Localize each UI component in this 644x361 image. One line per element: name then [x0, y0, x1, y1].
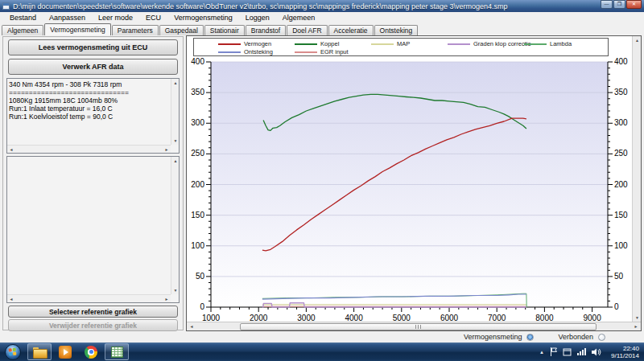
svg-text:100: 100 — [191, 241, 204, 250]
svg-text:350: 350 — [614, 88, 628, 96]
action-center-flag-icon[interactable] — [550, 347, 557, 356]
chart-vertical-scrollbar[interactable]: ▲ ▼ — [632, 36, 641, 322]
legend-label: Lambda — [550, 40, 572, 47]
close-button[interactable]: ✕ — [626, 0, 642, 9]
legend-item-koppel: Koppel — [295, 40, 339, 47]
titlebar: D:\mijn documenten\speedster\software\we… — [0, 0, 644, 12]
scroll-down-icon[interactable]: ▼ — [633, 314, 642, 322]
scroll-right-icon[interactable]: ► — [631, 322, 641, 331]
connection-status-indicator — [598, 334, 605, 341]
thumb-grip-icon — [415, 325, 422, 329]
menu-item-leer-mode[interactable]: Leer mode — [92, 12, 139, 23]
svg-text:0: 0 — [200, 302, 204, 311]
tab-vermogensmeting[interactable]: Vermogensmeting — [44, 23, 111, 35]
windows-logo-icon — [9, 347, 18, 356]
scroll-down-icon[interactable]: ▼ — [171, 137, 180, 145]
legend-item-ontsteking: Ontsteking — [218, 48, 273, 55]
tab-doel-afr[interactable]: Doel AFR — [287, 25, 327, 35]
svg-text:150: 150 — [191, 211, 204, 219]
svg-text:400: 400 — [191, 57, 204, 66]
tab-brandstof[interactable]: Brandstof — [246, 25, 286, 35]
menu-item-bestand[interactable]: Bestand — [3, 12, 43, 23]
svg-text:100: 100 — [614, 241, 628, 250]
network-signal-icon[interactable] — [577, 348, 586, 355]
taskbar-mediaplayer-button[interactable] — [53, 343, 77, 360]
program-window-icon[interactable] — [563, 348, 572, 356]
mode-status-indicator — [526, 334, 534, 341]
result-horizontal-scrollbar[interactable]: ◄ ► — [7, 145, 171, 153]
menubar: BestandAanpassenLeer modeECUVermogensmet… — [0, 12, 644, 23]
start-button[interactable] — [5, 344, 21, 360]
scroll-left-icon[interactable]: ◄ — [187, 322, 196, 331]
legend-label: Ontsteking — [244, 48, 273, 55]
chrome-icon — [85, 346, 97, 359]
tab-acceleratie[interactable]: Acceleratie — [328, 25, 374, 35]
folder-icon — [33, 347, 46, 357]
menu-item-aanpassen[interactable]: Aanpassen — [43, 12, 92, 23]
measurement-result-list[interactable]: 340 Nm 4354 rpm - 308 Pk 7318 rpm=======… — [6, 78, 180, 154]
menu-item-vermogensmeting[interactable]: Vermogensmeting — [167, 12, 239, 23]
chart-horizontal-scrollbar[interactable]: ◄ ► — [187, 322, 641, 330]
tab-ontsteking[interactable]: Ontsteking — [374, 25, 419, 35]
dyno-chart-panel: MAPEGR inputGraden klop correctieLambdaO… — [186, 35, 642, 331]
status-connection-label: Verbonden — [558, 333, 593, 341]
legend-label: Graden klop correctie — [473, 40, 531, 47]
sidebar-panel: Lees vermogensmeting uit ECU Verwerk AFR… — [2, 36, 184, 330]
svg-text:200: 200 — [614, 180, 628, 189]
svg-text:200: 200 — [191, 180, 204, 189]
scroll-up-icon[interactable]: ▲ — [171, 157, 180, 165]
legend-item-lambda: Lambda — [524, 40, 572, 47]
scroll-left-icon[interactable]: ◄ — [7, 295, 15, 303]
app-window-icon — [2, 2, 10, 10]
minimize-button[interactable]: — — [601, 0, 613, 9]
select-reference-button[interactable]: Selecteer referentie grafiek — [8, 306, 178, 318]
maximize-button[interactable]: ❐ — [613, 0, 625, 9]
svg-text:300: 300 — [614, 118, 628, 127]
result-text: 340 Nm 4354 rpm - 308 Pk 7318 rpm=======… — [9, 80, 169, 143]
hidden-icons-chevron[interactable]: ▲ — [539, 350, 544, 355]
svg-text:50: 50 — [614, 272, 624, 281]
scroll-down-icon[interactable]: ▼ — [171, 286, 180, 294]
menu-item-algemeen[interactable]: Algemeen — [276, 12, 322, 23]
window-title: D:\mijn documenten\speedster\software\we… — [13, 2, 601, 10]
legend-line-icon — [295, 43, 317, 45]
taskbar-clock[interactable]: 22:40 9/11/2014 — [608, 345, 639, 359]
reference-horizontal-scrollbar[interactable]: ◄ ► — [7, 294, 171, 302]
svg-text:150: 150 — [614, 211, 628, 219]
tab-stationair[interactable]: Stationair — [204, 25, 245, 35]
reference-vertical-scrollbar[interactable]: ▲ ▼ — [171, 157, 179, 294]
status-mode-label: Vermogensmeting — [464, 333, 522, 341]
taskbar-explorer-button[interactable] — [27, 343, 52, 360]
result-vertical-scrollbar[interactable]: ▲ ▼ — [171, 79, 179, 145]
tab-gaspedaal[interactable]: Gaspedaal — [159, 25, 204, 35]
taskbar-chrome-button[interactable] — [79, 343, 103, 360]
svg-text:0: 0 — [614, 302, 619, 311]
process-afr-button[interactable]: Verwerk AFR data — [8, 59, 178, 75]
legend-line-icon — [371, 43, 394, 45]
scroll-up-icon[interactable]: ▲ — [171, 79, 180, 87]
result-line: ============================== — [9, 88, 169, 96]
media-player-icon — [59, 346, 72, 359]
scroll-right-icon[interactable]: ► — [163, 146, 171, 154]
read-ecu-button[interactable]: Lees vermogensmeting uit ECU — [8, 39, 178, 55]
legend-item-map: MAP — [371, 40, 410, 47]
svg-text:400: 400 — [614, 57, 628, 66]
reference-graph-list[interactable]: ▲ ▼ ◄ ► — [6, 156, 180, 303]
result-line: 340 Nm 4354 rpm - 308 Pk 7318 rpm — [9, 80, 169, 88]
legend-line-icon — [448, 43, 470, 45]
tab-algemeen[interactable]: Algemeen — [2, 25, 43, 35]
scroll-right-icon[interactable]: ► — [163, 295, 171, 303]
legend-line-icon — [218, 43, 241, 45]
legend-line-icon — [524, 43, 547, 45]
remove-reference-button[interactable]: Verwijder referentie grafiek — [8, 319, 178, 331]
scroll-left-icon[interactable]: ◄ — [7, 146, 15, 154]
scrollbar-thumb[interactable] — [240, 323, 597, 330]
legend-item-graden-klop-correctie: Graden klop correctie — [448, 40, 531, 47]
menu-item-loggen[interactable]: Loggen — [239, 12, 276, 23]
menu-item-ecu[interactable]: ECU — [139, 12, 167, 23]
volume-icon[interactable] — [592, 348, 602, 356]
taskbar-obdtuner-button[interactable] — [105, 343, 129, 360]
legend-label: EGR input — [320, 48, 349, 55]
tab-parameters[interactable]: Parameters — [112, 25, 159, 35]
scroll-up-icon[interactable]: ▲ — [633, 36, 642, 44]
